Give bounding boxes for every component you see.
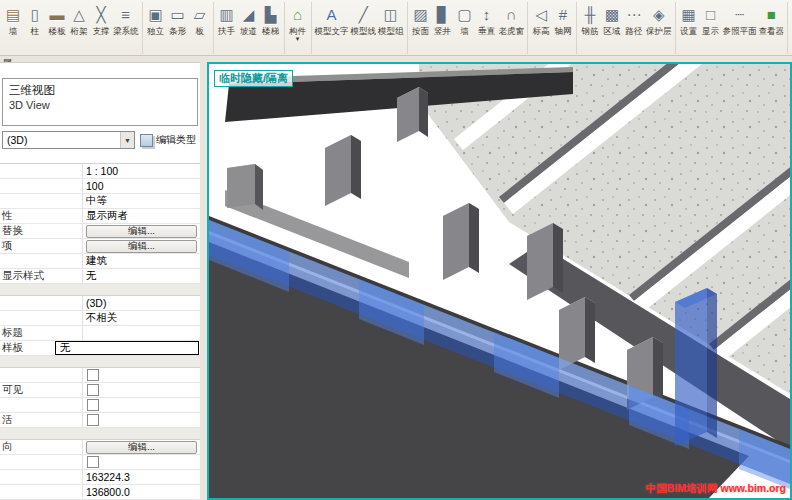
edit-type-button[interactable]: 编辑类型 xyxy=(135,133,198,147)
wall-opening-icon: ▢ xyxy=(455,3,475,26)
set-workplane-button[interactable]: ▦ 设置 xyxy=(678,2,700,37)
property-value[interactable]: 100 xyxy=(83,180,200,192)
brace-button[interactable]: ╳ 支撑 xyxy=(90,2,112,37)
property-row xyxy=(0,398,200,413)
property-value[interactable]: 建筑 xyxy=(83,254,200,268)
beam-system-icon: ≡ xyxy=(116,3,136,26)
property-row: 项 编辑... xyxy=(0,239,200,254)
selected-upstand-beam[interactable] xyxy=(675,288,717,446)
property-row: 不相关 xyxy=(0,311,200,326)
checkbox[interactable] xyxy=(87,414,99,426)
vertical-opening-button[interactable]: ↕ 垂直 xyxy=(476,2,498,37)
brace-icon: ╳ xyxy=(91,3,111,26)
edit-button[interactable]: 编辑... xyxy=(86,240,197,253)
property-row: (3D) xyxy=(0,296,200,311)
floor-button[interactable]: ▬ 楼板 xyxy=(46,2,68,37)
show-workplane-button[interactable]: □ 显示 xyxy=(700,2,722,37)
railing-icon: ▥ xyxy=(217,3,237,26)
model-text-icon: A xyxy=(322,3,342,26)
ramp-button[interactable]: ◢ 坡道 xyxy=(238,2,260,37)
path-reinforcement-button[interactable]: ⋯ 路径 xyxy=(623,2,645,37)
edit-button[interactable]: 编辑... xyxy=(86,225,197,238)
area-reinforcement-button[interactable]: ▩ 区域 xyxy=(601,2,623,37)
wall-opening-button[interactable]: ▢ 墙 xyxy=(454,2,476,37)
checkbox[interactable] xyxy=(87,399,99,411)
opening-by-face-icon: ▨ xyxy=(411,3,431,26)
component-button[interactable]: ⌂ 构件 ▾ xyxy=(287,2,309,43)
property-value[interactable]: 不相关 xyxy=(83,311,200,325)
property-row: 向 编辑... xyxy=(0,440,200,455)
property-value[interactable]: 1 : 100 xyxy=(83,165,200,177)
temporary-hide-isolate-badge: 临时隐藏/隔离 xyxy=(214,70,293,87)
property-row: 活 xyxy=(0,413,200,428)
type-dropdown-value: (3D) xyxy=(7,134,27,146)
shaft-opening-icon: ▊ xyxy=(433,3,453,26)
area-reinforcement-icon: ▩ xyxy=(602,3,622,26)
railing-button[interactable]: ▥ 扶手 xyxy=(216,2,238,37)
ribbon-group-component: ⌂ 构件 ▾ xyxy=(285,2,312,54)
ribbon-group-circulation: ▥ 扶手 ◢ 坡道 ▙ 楼梯 xyxy=(214,2,285,54)
truss-button[interactable]: △ 桁架 xyxy=(68,2,90,37)
viewer-button[interactable]: ■ 查看器 xyxy=(758,2,786,37)
property-row: 中等 xyxy=(0,194,200,209)
ramp-icon: ◢ xyxy=(239,3,259,26)
view-template-field[interactable]: 无 xyxy=(55,341,199,355)
checkbox[interactable] xyxy=(87,384,99,396)
3d-viewport-canvas[interactable] xyxy=(209,64,790,498)
level-button[interactable]: ◁ 标高 xyxy=(530,2,552,37)
truss-icon: △ xyxy=(69,3,89,26)
reference-plane-icon: ┈ xyxy=(730,3,750,26)
view-type-name: 三维视图 xyxy=(9,83,191,98)
shaft-opening-button[interactable]: ▊ 竖井 xyxy=(432,2,454,37)
model-text-button[interactable]: A 模型文字 xyxy=(314,2,350,37)
property-value[interactable]: 无 xyxy=(83,269,200,283)
watermark: 中国BIM培训网 www.bim.org xyxy=(646,482,786,496)
path-reinforcement-icon: ⋯ xyxy=(624,3,644,26)
checkbox[interactable] xyxy=(87,456,99,468)
strip-foundation-button[interactable]: ▭ 条形 xyxy=(167,2,189,37)
isolated-foundation-button[interactable]: ▣ 独立 xyxy=(145,2,167,37)
show-workplane-icon: □ xyxy=(701,3,721,26)
rebar-cover-button[interactable]: ◈ 保护层 xyxy=(645,2,673,37)
type-dropdown[interactable]: (3D) ▼ xyxy=(2,131,135,149)
property-value[interactable]: 显示两者 xyxy=(83,209,200,223)
property-row: 标题 xyxy=(0,326,200,341)
property-row: 样板 无 xyxy=(0,341,200,356)
type-selector[interactable]: 三维视图 3D View xyxy=(2,78,198,126)
opening-by-face-button[interactable]: ▨ 按面 xyxy=(410,2,432,37)
chevron-down-icon[interactable]: ▼ xyxy=(120,132,134,148)
column-button[interactable]: ▯ 柱 xyxy=(24,2,46,37)
beam-system-button[interactable]: ≡ 梁系统 xyxy=(112,2,140,37)
model-group-button[interactable]: ◫ 模型组 xyxy=(377,2,405,37)
concrete-column[interactable] xyxy=(227,164,263,210)
revit-window: { "ribbon": { "groups": [ {"name": "stru… xyxy=(0,0,792,500)
rebar-button[interactable]: ╫ 钢筋 xyxy=(579,2,601,37)
property-group-header xyxy=(0,356,200,368)
dormer-opening-button[interactable]: ∩ 老虎窗 xyxy=(498,2,526,37)
view-type-subname: 3D View xyxy=(9,98,191,112)
property-value[interactable]: 136800.0 xyxy=(83,486,200,498)
edit-button[interactable]: 编辑... xyxy=(86,441,197,454)
property-value[interactable]: (3D) xyxy=(83,297,200,309)
rebar-icon: ╫ xyxy=(580,3,600,26)
model-line-button[interactable]: ╱ 模型线 xyxy=(350,2,378,37)
property-row: 100 xyxy=(0,179,200,194)
floor-icon: ▬ xyxy=(47,3,67,26)
property-row: 建筑 xyxy=(0,254,200,269)
pad-foundation-button[interactable]: ▱ 板 xyxy=(189,2,211,37)
property-value[interactable]: 中等 xyxy=(83,194,200,208)
checkbox[interactable] xyxy=(87,369,99,381)
grid-button[interactable]: # 轴网 xyxy=(552,2,574,37)
grid-icon: # xyxy=(553,3,573,26)
isolated-foundation-icon: ▣ xyxy=(146,3,166,26)
property-row: 136800.0 xyxy=(0,485,200,500)
stair-button[interactable]: ▙ 楼梯 xyxy=(260,2,282,37)
ribbon-group-work-plane: ▦ 设置 □ 显示 ┈ 参照平面 ■ 查看器 xyxy=(676,2,789,54)
ribbon-group-foundation: ▣ 独立 ▭ 条形 ▱ 板 xyxy=(143,2,214,54)
property-row: 显示样式 无 xyxy=(0,269,200,284)
model-line-icon: ╱ xyxy=(353,3,373,26)
wall-button[interactable]: ▤ 墙 xyxy=(2,2,24,37)
property-value[interactable]: 163224.3 xyxy=(83,471,200,483)
reference-plane-button[interactable]: ┈ 参照平面 xyxy=(722,2,758,37)
3d-viewport[interactable]: 临时隐藏/隔离 xyxy=(207,62,792,500)
